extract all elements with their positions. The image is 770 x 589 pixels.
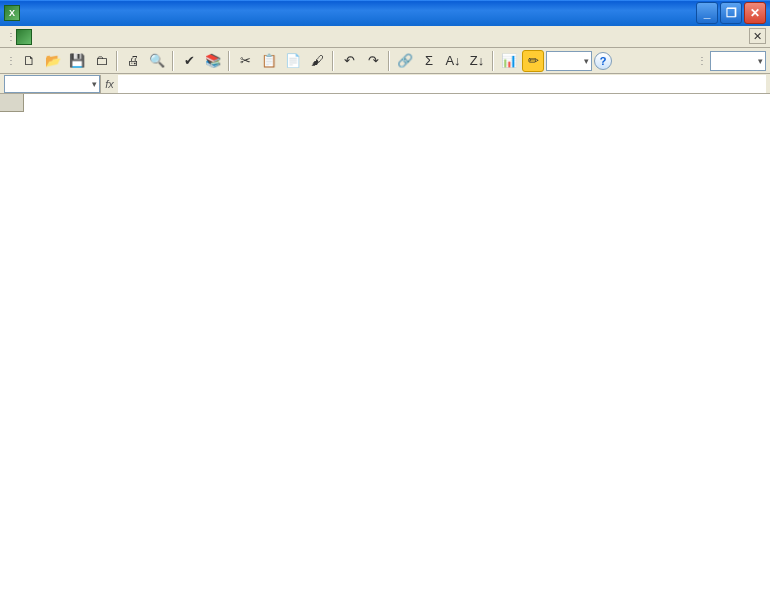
- workbook-icon[interactable]: [16, 29, 32, 45]
- spelling-button[interactable]: ✔: [178, 50, 200, 72]
- workbook-close-button[interactable]: ✕: [749, 28, 766, 44]
- paste-button[interactable]: 📄: [282, 50, 304, 72]
- menubar: ⋮ ✕: [0, 26, 770, 48]
- name-box[interactable]: [4, 75, 100, 93]
- menu-file[interactable]: [38, 35, 52, 39]
- menu-window[interactable]: [136, 35, 150, 39]
- excel-app-icon: X: [4, 5, 20, 21]
- help-button[interactable]: ?: [594, 52, 612, 70]
- chart-button[interactable]: 📊: [498, 50, 520, 72]
- menu-data[interactable]: [122, 35, 136, 39]
- close-button[interactable]: ✕: [744, 2, 766, 24]
- standard-toolbar: ⋮ 🗋 📂 💾 🗀 🖨 🔍 ✔ 📚 ✂ 📋 📄 🖌 ↶ ↷ 🔗 Σ A↓ Z↓ …: [0, 48, 770, 74]
- font-select[interactable]: [710, 51, 766, 71]
- column-headers: [24, 94, 770, 112]
- research-button[interactable]: 📚: [202, 50, 224, 72]
- formula-bar: fx: [0, 74, 770, 94]
- toolbar-grip-2[interactable]: ⋮: [695, 55, 707, 66]
- zoom-select[interactable]: [546, 51, 592, 71]
- toolbar-sep: [492, 51, 494, 71]
- menubar-grip[interactable]: ⋮: [4, 31, 16, 42]
- undo-button[interactable]: ↶: [338, 50, 360, 72]
- formula-input[interactable]: [118, 75, 766, 93]
- hyperlink-button[interactable]: 🔗: [394, 50, 416, 72]
- menu-tools[interactable]: [108, 35, 122, 39]
- open-button[interactable]: 📂: [42, 50, 64, 72]
- toolbar-sep: [332, 51, 334, 71]
- window-titlebar: X _ ❐ ✕: [0, 0, 770, 26]
- maximize-button[interactable]: ❐: [720, 2, 742, 24]
- row-headers: [0, 112, 24, 589]
- sort-desc-button[interactable]: Z↓: [466, 50, 488, 72]
- menu-edit[interactable]: [52, 35, 66, 39]
- toolbar-sep: [172, 51, 174, 71]
- toolbar-sep: [228, 51, 230, 71]
- redo-button[interactable]: ↷: [362, 50, 384, 72]
- toolbar-sep: [388, 51, 390, 71]
- print-button[interactable]: 🖨: [122, 50, 144, 72]
- format-painter-button[interactable]: 🖌: [306, 50, 328, 72]
- menu-help[interactable]: [150, 35, 164, 39]
- sort-asc-button[interactable]: A↓: [442, 50, 464, 72]
- cells-area[interactable]: [24, 112, 770, 589]
- toolbar-sep: [116, 51, 118, 71]
- minimize-button[interactable]: _: [696, 2, 718, 24]
- menu-insert[interactable]: [80, 35, 94, 39]
- print-preview-button[interactable]: 🔍: [146, 50, 168, 72]
- new-button[interactable]: 🗋: [18, 50, 40, 72]
- save-button[interactable]: 💾: [66, 50, 88, 72]
- fx-button[interactable]: fx: [100, 75, 118, 93]
- cut-button[interactable]: ✂: [234, 50, 256, 72]
- copy-button[interactable]: 📋: [258, 50, 280, 72]
- menu-format[interactable]: [94, 35, 108, 39]
- drawing-button[interactable]: ✏: [522, 50, 544, 72]
- toolbar-grip-1[interactable]: ⋮: [4, 55, 16, 66]
- permission-button[interactable]: 🗀: [90, 50, 112, 72]
- select-all-box[interactable]: [0, 94, 24, 112]
- autosum-button[interactable]: Σ: [418, 50, 440, 72]
- menu-view[interactable]: [66, 35, 80, 39]
- worksheet-grid[interactable]: [0, 94, 770, 589]
